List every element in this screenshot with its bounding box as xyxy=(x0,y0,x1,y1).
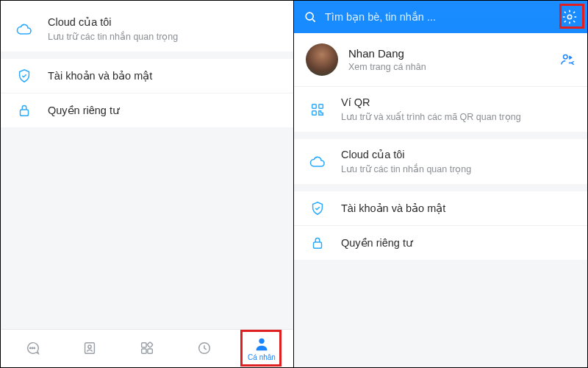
svg-point-12 xyxy=(306,13,313,20)
svg-point-2 xyxy=(32,347,32,348)
left-list-section: Cloud của tôi Lưu trữ các tin nhắn quan … xyxy=(1,7,293,52)
svg-point-1 xyxy=(30,347,31,348)
left-pane: Cloud của tôi Lưu trữ các tin nhắn quan … xyxy=(1,1,294,367)
settings-button[interactable] xyxy=(559,7,580,27)
svg-point-13 xyxy=(567,15,572,19)
shield-icon xyxy=(14,68,35,84)
profile-name: Nhan Dang xyxy=(348,47,559,60)
search-placeholder: Tìm bạn bè, tin nhắn ... xyxy=(325,11,559,23)
item-cloud-r[interactable]: Cloud của tôi Lưu trữ các tin nhắn quan … xyxy=(294,139,587,184)
item-privacy-r-title: Quyền riêng tư xyxy=(341,237,413,249)
svg-rect-16 xyxy=(319,104,323,108)
svg-rect-6 xyxy=(142,342,146,347)
shield-icon xyxy=(307,200,328,216)
qr-icon xyxy=(307,102,328,118)
search-icon xyxy=(301,8,319,26)
cloud-icon xyxy=(14,21,35,38)
bottom-nav: Cá nhân xyxy=(1,329,293,367)
item-cloud-r-sub: Lưu trữ các tin nhắn quan trọng xyxy=(341,163,576,175)
item-privacy[interactable]: Quyền riêng tư xyxy=(1,93,293,127)
nav-recent[interactable] xyxy=(176,340,233,358)
svg-point-5 xyxy=(88,345,91,348)
lock-icon xyxy=(14,102,35,118)
profile-sub: Xem trang cá nhân xyxy=(348,62,559,72)
svg-rect-7 xyxy=(148,348,152,353)
item-account-r-title: Tài khoản và bảo mật xyxy=(341,202,445,214)
top-search-bar[interactable]: Tìm bạn bè, tin nhắn ... xyxy=(294,1,587,33)
svg-rect-8 xyxy=(142,348,146,353)
item-qr-title: Ví QR xyxy=(341,96,370,108)
svg-rect-15 xyxy=(312,104,317,108)
svg-rect-17 xyxy=(312,110,317,115)
nav-personal[interactable]: Cá nhân xyxy=(233,336,290,361)
cloud-icon xyxy=(307,153,328,171)
item-cloud[interactable]: Cloud của tôi Lưu trữ các tin nhắn quan … xyxy=(1,7,293,52)
nav-personal-label: Cá nhân xyxy=(248,353,276,361)
item-cloud-r-title: Cloud của tôi xyxy=(341,149,405,160)
item-account-title: Tài khoản và bảo mật xyxy=(48,70,152,82)
nav-messages[interactable] xyxy=(4,340,61,358)
right-pane: Tìm bạn bè, tin nhắn ... Nhan Dang Xem t… xyxy=(294,1,587,367)
item-privacy-r[interactable]: Quyền riêng tư xyxy=(294,226,587,260)
item-cloud-title: Cloud của tôi xyxy=(48,16,112,28)
svg-point-3 xyxy=(34,347,35,348)
item-account-r[interactable]: Tài khoản và bảo mật xyxy=(294,191,587,226)
svg-point-11 xyxy=(259,339,264,344)
profile-row[interactable]: Nhan Dang Xem trang cá nhân xyxy=(294,33,587,87)
item-account[interactable]: Tài khoản và bảo mật xyxy=(1,59,293,93)
item-cloud-sub: Lưu trữ các tin nhắn quan trọng xyxy=(48,31,282,43)
svg-point-14 xyxy=(564,55,568,60)
swap-user-icon[interactable] xyxy=(559,52,576,68)
item-qr[interactable]: Ví QR Lưu trữ và xuất trình các mã QR qu… xyxy=(294,87,587,132)
item-qr-sub: Lưu trữ và xuất trình các mã QR quan trọ… xyxy=(341,111,576,123)
svg-rect-9 xyxy=(147,342,153,347)
svg-rect-0 xyxy=(21,110,29,116)
avatar xyxy=(306,43,338,76)
nav-more[interactable] xyxy=(118,340,176,358)
gear-icon xyxy=(562,9,578,25)
item-privacy-title: Quyền riêng tư xyxy=(48,105,120,116)
svg-rect-18 xyxy=(314,242,322,248)
lock-icon xyxy=(307,235,328,251)
nav-contacts[interactable] xyxy=(61,340,118,358)
